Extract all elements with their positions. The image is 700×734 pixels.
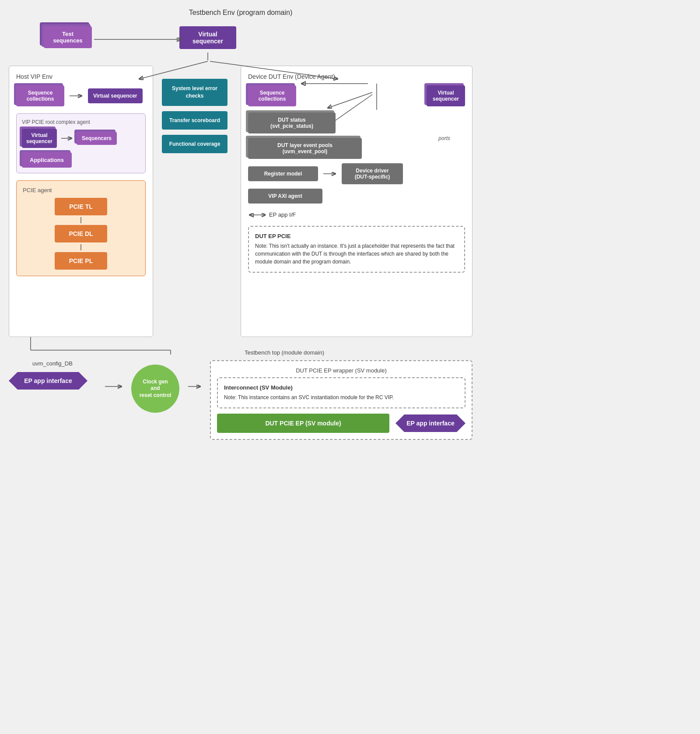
- vip-virtual-seq-stack: Virtual sequencer: [22, 129, 57, 148]
- clock-gen-container: Clock gen and reset control: [131, 365, 179, 413]
- vip-pcie-subpanel: VIP PCIE root complex agent Virtual sequ…: [16, 113, 146, 173]
- arrow-to-host-vseq: [70, 91, 83, 100]
- dut-status-box: DUT status (svt_pcie_status): [248, 112, 336, 133]
- dut-pcie-ep-wrapper-label: DUT PCIE EP wrapper (SV module): [217, 367, 466, 374]
- functional-coverage-box: Functional coverage: [162, 135, 228, 153]
- vip-sequencers-box: Sequencers: [77, 132, 117, 145]
- ports-label: ports: [438, 135, 450, 141]
- vip-axi-agent-box: VIP AXI agent: [248, 189, 322, 204]
- ep-app-if-label: EP app I/F: [269, 211, 296, 218]
- dut-layer-box: DUT layer event pools (uvm_event_pool): [248, 138, 362, 159]
- title-label: Testbench Env (program domain): [9, 9, 472, 17]
- host-seq-collections-stack: Sequence collections: [16, 85, 64, 106]
- dut-pcie-wrapper-panel: DUT PCIE EP wrapper (SV module) Intercon…: [210, 360, 472, 440]
- pcie-dl-box: PCIE DL: [55, 225, 107, 242]
- applications-stack: Applications: [22, 152, 72, 168]
- arrow-vip-to-seq: [61, 134, 72, 143]
- host-panel-label: Host VIP Env: [16, 73, 146, 80]
- applications-box: Applications: [22, 152, 72, 168]
- dut-layer-stack: DUT layer event pools (uvm_event_pool): [248, 138, 362, 159]
- interconnect-note-text: Note: This instance contains an SVC inst…: [224, 393, 458, 401]
- left-bottom: uvm_config_DB EP app interface: [9, 360, 96, 390]
- clock-gen-circle: Clock gen and reset control: [131, 365, 179, 413]
- interconnect-panel: Interconnect (SV Module) Note: This inst…: [217, 377, 466, 408]
- left-right-connect-arrow: [105, 373, 122, 400]
- ports-label-container: ports: [438, 134, 450, 142]
- bottom-section-label: Testbench top (module domain): [96, 349, 472, 356]
- pcie-dl-pl-arrow: [79, 244, 83, 250]
- dut-ep-note-text: Note: This isn't actually an instance. I…: [255, 242, 458, 266]
- uvm-config-db-label: uvm_config_DB: [9, 360, 96, 367]
- dut-status-stack: DUT status (svt_pcie_status): [248, 112, 336, 133]
- test-sequences-box: Test sequences: [44, 26, 92, 48]
- clock-to-panel-arrow: [188, 373, 201, 400]
- register-model-box: Register model: [248, 166, 318, 181]
- device-virtual-seq-stack: Virtual sequencer: [427, 85, 465, 106]
- ep-app-interface-left: EP app interface: [9, 372, 88, 390]
- system-level-box: System level error checks: [162, 79, 228, 106]
- transfer-scoreboard-box: Transfer scoreboard: [162, 111, 228, 130]
- bottom-section: Testbench top (module domain) uvm_config…: [9, 349, 472, 440]
- pcie-pl-box: PCIE PL: [55, 252, 107, 270]
- device-seq-stack: Sequence collections: [248, 85, 296, 106]
- ep-app-interface-right: EP app interface: [396, 414, 466, 432]
- host-seq-collections-box: Sequence collections: [16, 85, 64, 106]
- vip-sequencers-stack: Sequencers: [77, 132, 117, 145]
- pcie-agent-panel: PCIE agent PCIE TL PCIE DL PCIE PL: [16, 180, 146, 276]
- interconnect-label: Interconnect (SV Module): [224, 384, 458, 391]
- pcie-agent-label: PCIE agent: [23, 187, 139, 193]
- device-panel: Device DUT Env (Device Agent) Sequence c…: [241, 66, 472, 337]
- test-sequences-stack: Test sequences: [44, 26, 92, 48]
- dut-pcie-ep-wrapper: DUT PCIE EP wrapper (SV module) Intercon…: [210, 360, 472, 440]
- ep-app-if-arrows: [248, 208, 266, 221]
- panels-row: Host VIP Env Sequence collections Virtua…: [9, 66, 472, 337]
- device-virtual-seq-box: Virtual sequencer: [427, 85, 465, 106]
- vip-pcie-label: VIP PCIE root complex agent: [22, 119, 140, 125]
- device-driver-box: Device driver (DUT-specific): [342, 163, 403, 184]
- middle-column: System level error checks Transfer score…: [162, 66, 232, 153]
- vip-virtual-seq-box: Virtual sequencer: [22, 129, 57, 148]
- pcie-tl-dl-arrow: [79, 217, 83, 223]
- dut-ep-pcie-label: DUT EP PCIE: [255, 233, 458, 239]
- reg-to-driver-arrow: [323, 169, 336, 178]
- host-virtual-seq-box: Virtual sequencer: [88, 88, 143, 103]
- dut-pcie-ep-sv-box: DUT PCIE EP (SV module): [217, 414, 389, 433]
- dut-ep-pcie-panel: DUT EP PCIE Note: This isn't actually an…: [248, 226, 465, 273]
- main-diagram: Test sequences Virtual sequencer: [9, 22, 472, 440]
- diagram-container: Testbench Env (program domain) Test sequ…: [0, 0, 481, 449]
- pcie-tl-box: PCIE TL: [55, 198, 107, 215]
- device-seq-box: Sequence collections: [248, 85, 296, 106]
- host-panel: Host VIP Env Sequence collections Virtua…: [9, 66, 153, 337]
- device-panel-label: Device DUT Env (Device Agent): [248, 73, 465, 80]
